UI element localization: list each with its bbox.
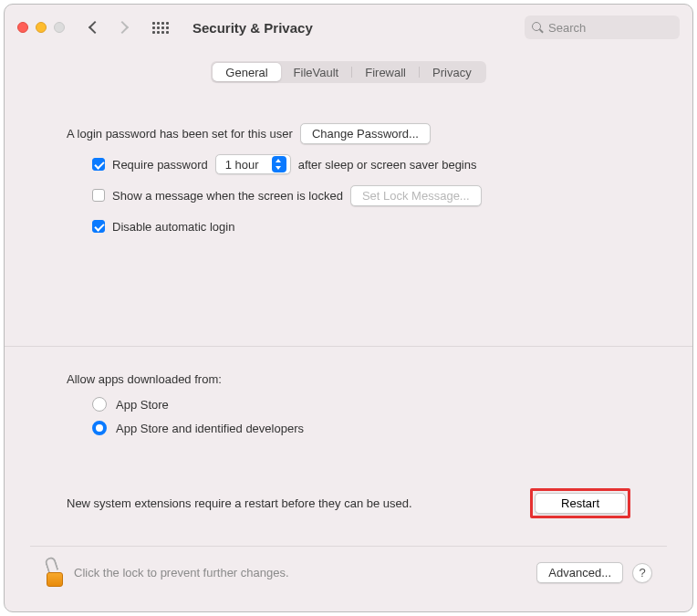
disable-auto-login-label: Disable automatic login [112,220,234,234]
zoom-window-button [54,22,65,33]
downloads-title: Allow apps downloaded from: [67,372,630,386]
require-password-delay-select[interactable]: 1 hour [215,154,291,174]
window-controls [17,22,65,33]
tab-general[interactable]: General [213,63,280,81]
toolbar: Security & Privacy Search [5,5,692,50]
search-icon [532,22,543,33]
radio-app-store-label: App Store [116,398,169,412]
nav-arrows [90,23,127,32]
tab-bar: General FileVault Firewall Privacy [211,61,485,83]
stepper-icon [272,156,286,172]
downloads-section: Allow apps downloaded from: App Store Ap… [30,347,667,444]
search-placeholder: Search [548,21,586,35]
preferences-window: Security & Privacy Search General FileVa… [4,4,693,612]
require-password-checkbox[interactable] [92,158,105,171]
radio-app-store[interactable] [92,397,107,412]
close-window-button[interactable] [17,22,28,33]
footer: Click the lock to prevent further change… [30,546,667,599]
login-section: A login password has been set for this u… [30,121,667,245]
advanced-button[interactable]: Advanced... [536,562,623,583]
radio-app-store-identified-label: App Store and identified developers [116,422,304,435]
require-password-delay-value: 1 hour [225,158,259,172]
forward-button [116,21,129,34]
lock-text: Click the lock to prevent further change… [74,566,527,579]
change-password-button[interactable]: Change Password... [300,123,431,144]
lock-icon[interactable] [45,559,65,587]
window-title: Security & Privacy [192,20,313,36]
restart-button[interactable]: Restart [535,493,626,514]
password-set-label: A login password has been set for this u… [67,127,293,141]
restart-message: New system extensions require a restart … [67,496,412,510]
show-message-checkbox[interactable] [92,189,105,202]
minimize-window-button[interactable] [36,22,47,33]
require-password-label: Require password [112,158,208,172]
help-button[interactable]: ? [632,563,652,583]
search-field[interactable]: Search [525,16,680,39]
set-lock-message-button: Set Lock Message... [350,185,482,206]
show-message-label: Show a message when the screen is locked [112,189,343,203]
radio-app-store-identified[interactable] [92,421,107,435]
back-button[interactable] [88,21,101,34]
require-password-suffix: after sleep or screen saver begins [298,158,477,172]
content-area: General FileVault Firewall Privacy A log… [5,50,692,611]
disable-auto-login-checkbox[interactable] [92,220,105,233]
tab-filevault[interactable]: FileVault [281,63,352,81]
tab-firewall[interactable]: Firewall [352,63,419,81]
restart-highlight: Restart [530,488,630,518]
tab-privacy[interactable]: Privacy [420,63,484,81]
show-all-icon[interactable] [152,22,169,34]
restart-row: New system extensions require a restart … [30,488,667,518]
